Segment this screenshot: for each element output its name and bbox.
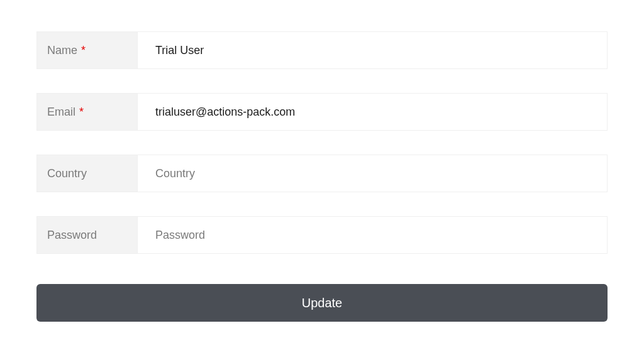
country-field[interactable] (138, 155, 607, 192)
password-label: Password (47, 229, 97, 242)
required-asterisk-icon: * (81, 45, 86, 56)
password-field[interactable] (138, 217, 607, 253)
form-row-password: Password (36, 216, 608, 254)
form-row-name: Name * (36, 31, 608, 69)
country-label-cell: Country (36, 155, 137, 192)
name-label-cell: Name * (36, 31, 137, 69)
email-input-cell (137, 93, 608, 131)
required-asterisk-icon: * (79, 106, 84, 117)
name-label: Name (47, 44, 77, 57)
email-label-cell: Email * (36, 93, 137, 131)
email-field[interactable] (138, 94, 607, 130)
form-row-country: Country (36, 155, 608, 192)
update-button[interactable]: Update (36, 284, 608, 322)
country-label: Country (47, 167, 87, 180)
profile-form: Name * Email * Country Password Update (36, 31, 608, 322)
name-input-cell (137, 31, 608, 69)
password-label-cell: Password (36, 216, 137, 254)
form-row-email: Email * (36, 93, 608, 131)
email-label: Email (47, 106, 75, 119)
name-field[interactable] (138, 32, 607, 68)
password-input-cell (137, 216, 608, 254)
country-input-cell (137, 155, 608, 192)
